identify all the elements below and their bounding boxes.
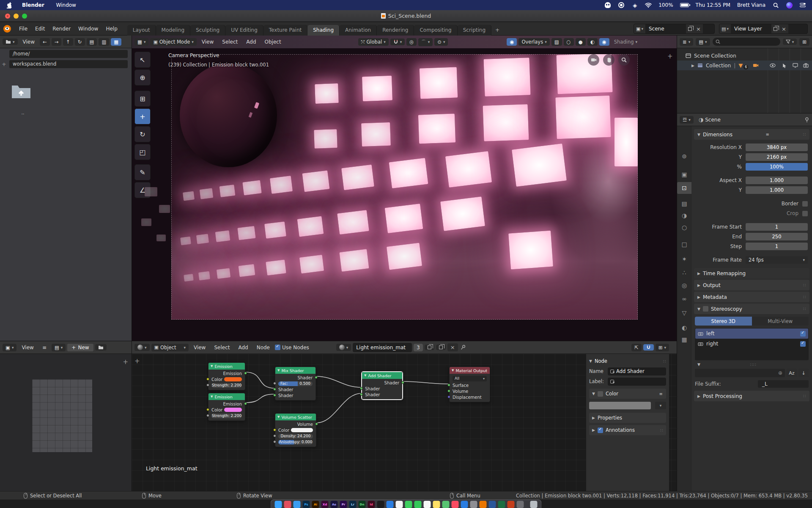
transform-tool-button[interactable]: ⊞	[134, 91, 151, 107]
output-socket[interactable]	[401, 381, 404, 384]
gizmos-selector[interactable]: ⊙▾	[434, 38, 448, 46]
menubar-clock[interactable]: Thu 12:55 PM	[696, 2, 730, 8]
node-properties-panel-header[interactable]: ▶Properties	[589, 413, 666, 423]
color-swatch[interactable]	[291, 428, 313, 432]
node-emission-1[interactable]: ▼Emission Emission Color Strength: 2.200	[208, 362, 245, 390]
file-path-field[interactable]: /home/	[9, 50, 128, 58]
stereo-3d-tab[interactable]: Stereo 3D	[695, 317, 752, 326]
move-tool-button[interactable]: +	[134, 108, 151, 124]
notification-center-icon[interactable]	[799, 2, 806, 8]
new-material-button[interactable]	[425, 345, 434, 350]
crop-checkbox[interactable]	[802, 211, 808, 216]
dock-icon-dimension[interactable]: Dn	[359, 501, 366, 508]
node-label-field[interactable]	[608, 378, 666, 386]
browse-material-button[interactable]: ▾	[336, 344, 351, 351]
editor-type-button[interactable]: ≣▾	[680, 38, 693, 46]
workspace-tab-shading[interactable]: Shading	[307, 25, 340, 36]
dock-icon-facetime[interactable]	[414, 501, 422, 508]
node-panel-title[interactable]: Node	[595, 358, 607, 364]
dock-icon-powerpoint[interactable]	[508, 501, 515, 508]
view-row-right[interactable]: right	[695, 339, 808, 349]
scale-tool-button[interactable]: ◰	[134, 144, 151, 160]
editor-type-button[interactable]: ▾	[3, 39, 18, 45]
node-color-panel-header[interactable]: ▼Color≡	[589, 389, 666, 399]
dock-icon-lightroom[interactable]: Lr	[349, 501, 357, 508]
dock-icon-word[interactable]	[489, 501, 496, 508]
dock-icon-system-preferences[interactable]	[470, 501, 477, 508]
properties-tab-physics[interactable]: ◎	[677, 279, 691, 291]
view-left-checkbox[interactable]	[800, 331, 806, 337]
display-mode-button[interactable]: ▤▾	[696, 38, 710, 46]
parent-directory-button[interactable]: ↑	[63, 38, 73, 46]
dock-icon-photoshop[interactable]: Ps	[303, 501, 310, 508]
resolution-percent-slider[interactable]: 100%	[746, 163, 808, 171]
aspect-x-field[interactable]: 1.000	[746, 177, 808, 184]
file-name-field[interactable]: workspaces.blend	[9, 60, 128, 68]
siri-icon[interactable]	[786, 2, 793, 8]
surface-input[interactable]	[447, 384, 450, 387]
ghost-app-icon[interactable]	[604, 2, 611, 8]
editor-type-button[interactable]: ▾	[134, 344, 150, 351]
help-menu[interactable]: Help	[102, 26, 121, 32]
view-filter-input[interactable]: ⊕	[695, 369, 785, 377]
viewport-select-menu[interactable]: Select	[219, 38, 241, 46]
dock-icon-calendar[interactable]	[424, 501, 431, 508]
display-thumbnails-button[interactable]: ▦	[111, 38, 121, 46]
copy-material-button[interactable]	[436, 345, 446, 350]
proportional-editing-button[interactable]: ◎	[406, 38, 417, 46]
use-nodes-checkbox[interactable]	[275, 345, 280, 350]
outliner-row-collection[interactable]: ▶ Collection | ▼6	[677, 61, 812, 70]
properties-tab-render[interactable]: ▣	[677, 168, 691, 180]
color-socket[interactable]	[206, 408, 209, 411]
transform-orientation-selector[interactable]: ⤱Global▾	[358, 38, 389, 46]
workspace-tab-layout[interactable]: Layout	[127, 25, 156, 36]
node-add-menu[interactable]: Add	[235, 344, 251, 351]
dock-icon-premiere[interactable]: Pr	[340, 501, 347, 508]
shading-material-button[interactable]: ◐	[587, 38, 598, 46]
wifi-icon[interactable]	[645, 2, 652, 8]
unlink-scene-button[interactable]: ×	[694, 24, 703, 34]
properties-tab-view-layer[interactable]: ▤	[677, 198, 691, 210]
browse-scene-button[interactable]: ▣▾	[634, 24, 645, 34]
snap-toggle-button[interactable]: ▾	[390, 39, 405, 45]
color-swatch[interactable]	[224, 408, 242, 412]
fac-socket[interactable]	[273, 382, 276, 385]
adobe-cc-icon[interactable]	[618, 2, 625, 8]
dock-icon-excel[interactable]	[498, 501, 505, 508]
dock-icon-terminal[interactable]	[377, 501, 384, 508]
color-socket[interactable]	[273, 428, 276, 431]
anisotropy-field[interactable]: Anisotropy: 0.000	[278, 440, 313, 444]
image-view-menu[interactable]: View	[18, 344, 37, 351]
resolution-y-field[interactable]: 2160 px	[746, 153, 808, 161]
properties-tab-object-data[interactable]: ▽	[677, 307, 691, 319]
viewport-add-menu[interactable]: Add	[243, 38, 259, 46]
fac-slider[interactable]: Fac:0.500	[278, 381, 313, 386]
output-socket[interactable]	[315, 376, 318, 379]
dock-icon-maps[interactable]	[442, 501, 450, 508]
frame-end-field[interactable]: 250	[746, 233, 808, 240]
shading-dropdown[interactable]: Shading▾	[611, 38, 640, 46]
output-socket[interactable]	[244, 402, 247, 405]
rotate-tool-button[interactable]: ↻	[134, 126, 151, 142]
cursor-tool-button[interactable]: ⊕	[134, 69, 151, 86]
shading-solid-button[interactable]: ●	[576, 38, 586, 46]
color-socket[interactable]	[206, 378, 209, 381]
menubar-app-name[interactable]: Blender	[22, 2, 44, 8]
dock-icon-mail[interactable]	[387, 501, 394, 508]
add-workspace-button[interactable]: +	[491, 25, 503, 36]
material-name-field[interactable]: Light emission_mat	[353, 343, 412, 352]
new-image-button[interactable]: +New	[67, 344, 93, 351]
stereoscopy-panel-header[interactable]: ▼Stereoscopy∷	[694, 304, 809, 314]
time-remapping-panel-header[interactable]: ▶Time Remapping	[694, 268, 809, 279]
node-emission-2[interactable]: ▼Emission Emission Color Strength: 2.200	[208, 393, 245, 421]
border-checkbox[interactable]	[802, 201, 808, 207]
output-panel-header[interactable]: ▶Output∷	[694, 280, 809, 290]
render-menu[interactable]: Render	[49, 26, 74, 32]
menubar-user-name[interactable]: Brett Viana	[737, 2, 765, 8]
node-color-swatch[interactable]	[589, 402, 651, 409]
back-button[interactable]: ←	[40, 38, 50, 46]
dock-icon-adobe-xd[interactable]: Xd	[321, 501, 329, 508]
spotlight-search-icon[interactable]	[772, 2, 779, 8]
display-list-button[interactable]: ▤	[87, 38, 97, 46]
overlays-dropdown[interactable]: Overlays▾	[518, 38, 549, 46]
